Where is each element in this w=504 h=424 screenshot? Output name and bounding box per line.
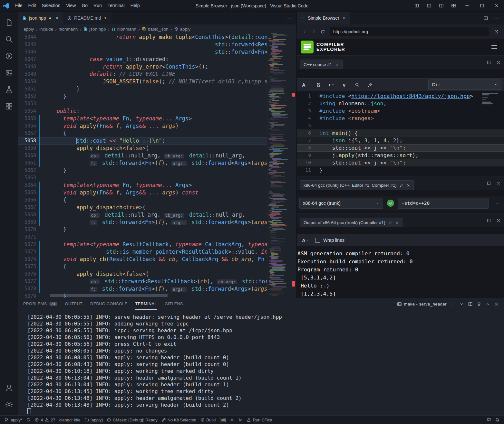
breadcrumb-apply[interactable]: apply — [174, 27, 191, 32]
ce-compiler-tab[interactable]: x86-64 gcc (trunk) (C++, Editor #1, Comp… — [300, 180, 414, 190]
code-line[interactable]: 5075 { — [18, 263, 296, 270]
code-line[interactable]: 5063 — [18, 174, 296, 182]
code-line[interactable]: 5049 default: // LCOV_EXCL_LINE — [18, 71, 296, 78]
explorer-icon[interactable] — [1, 14, 17, 31]
ce-source-tab[interactable]: C++ source #1 — [300, 60, 343, 69]
back-icon[interactable] — [300, 27, 309, 36]
panel-tab-gitlens[interactable]: GITLENS — [165, 298, 183, 310]
toggle-secondary-sidebar-icon[interactable] — [435, 0, 447, 11]
breadcrumb-basic_json[interactable]: basic_json — [141, 27, 169, 32]
tab-close-icon[interactable] — [335, 63, 339, 67]
pane-maximize-icon[interactable] — [487, 181, 491, 185]
status-git-branch[interactable]: apply* — [3, 416, 24, 424]
status-cmake-folder[interactable]: [apply] — [82, 416, 105, 424]
search-icon[interactable] — [351, 80, 363, 90]
pin-icon[interactable] — [364, 80, 376, 90]
search-icon[interactable] — [1, 31, 17, 48]
tab-close-icon[interactable] — [395, 221, 399, 225]
code-line[interactable]: 5061 f: std::forward<Fn>(f), args: std::… — [18, 159, 296, 167]
run-and-debug-icon[interactable] — [1, 48, 17, 64]
code-line[interactable]: 5055 template<typename Fn, typename... A… — [18, 115, 296, 122]
language-select[interactable]: C++ — [428, 80, 501, 90]
code-line[interactable]: 5074 void apply_cb(ResultCallback && cb,… — [18, 256, 296, 263]
font-size-button[interactable]: A — [299, 80, 312, 90]
code-line[interactable]: 5068 cb: detail::null_arg, cb_arg: detai… — [18, 211, 296, 219]
options-dropdown-icon[interactable] — [492, 198, 501, 208]
toggle-panel-icon[interactable] — [423, 0, 435, 11]
terminal-output[interactable]: [2022-04-30 06:05:55] INFO: serve_header… — [18, 310, 504, 415]
tab-close-icon[interactable] — [406, 184, 410, 187]
code-line[interactable]: 5057 { — [18, 130, 296, 137]
ce-source-editor[interactable]: 1#include <https://localhost:8443/apply/… — [297, 91, 504, 174]
ce-code-line[interactable]: 4#include <ranges> — [297, 115, 504, 122]
testing-icon[interactable] — [1, 81, 17, 98]
new-terminal-icon[interactable] — [451, 302, 455, 306]
breadcrumb-nlohmann[interactable]: {}nlohmann — [111, 27, 137, 32]
menu-file[interactable]: File — [12, 0, 25, 11]
menu-help[interactable]: Help — [128, 0, 143, 11]
wrap-lines-checkbox[interactable] — [315, 238, 320, 243]
pane-close-icon[interactable] — [496, 181, 501, 185]
url-bar[interactable]: https://godbolt.org — [330, 27, 489, 36]
status-cmake-launch[interactable] — [236, 416, 245, 424]
code-line[interactable]: 5052 } — [18, 93, 296, 100]
close-window-button[interactable] — [489, 0, 504, 11]
code-line[interactable]: 5059 apply_dispatch<false>( — [18, 145, 296, 152]
tab-simple-browser[interactable]: Simple Browser — [297, 12, 350, 24]
panel-tab-problems[interactable]: PROBLEMS31 — [23, 298, 57, 310]
forward-icon[interactable] — [309, 27, 318, 36]
code-line[interactable]: 5065 void apply(Fn&& f, Args&& ... args)… — [18, 189, 296, 196]
ce-code-line[interactable]: 2using nlohmann::json; — [297, 100, 504, 107]
overview-ruler[interactable] — [291, 33, 296, 298]
close-panel-icon[interactable] — [494, 302, 499, 306]
reload-icon[interactable] — [318, 27, 327, 36]
panel-tab-output[interactable]: OUTPUT — [65, 298, 82, 310]
code-line[interactable]: 5070 } — [18, 226, 296, 233]
tab-close-icon[interactable] — [342, 16, 346, 20]
split-terminal-icon[interactable] — [468, 302, 473, 306]
code-line[interactable]: 5077 cb: std::forward<ResultCallback>(cb… — [18, 278, 296, 285]
ce-code-line[interactable]: 1#include <https://localhost:8443/apply/… — [297, 92, 504, 100]
edit-title-icon[interactable] — [400, 184, 403, 187]
code-line[interactable]: 5060 cb: detail::null_arg, cb_arg: detai… — [18, 152, 296, 159]
ce-code-line[interactable]: 10 std::cout << j << "\n"; — [297, 159, 504, 166]
code-line[interactable]: 5050 JSON_ASSERT(false); // NOLINT(cert-… — [18, 78, 296, 85]
status-notifications[interactable] — [493, 418, 501, 422]
status-problems[interactable]: 427 — [33, 416, 57, 424]
code-line[interactable]: 5051 } — [18, 85, 296, 93]
menu-view[interactable]: View — [63, 0, 79, 11]
status-feedback[interactable] — [485, 418, 493, 422]
terminal-dropdown-icon[interactable] — [459, 302, 464, 306]
more-actions-icon[interactable]: ⋯ — [493, 14, 499, 22]
menu-selection[interactable]: Selection — [39, 0, 63, 11]
code-line[interactable]: 5056 void apply(Fn&& f, Args&& ... args) — [18, 122, 296, 130]
compiler-select[interactable]: x86-64 gcc (trunk) — [299, 198, 383, 209]
manage-icon[interactable] — [1, 396, 17, 413]
vim-toggle-button[interactable]: v — [338, 80, 350, 90]
maximize-panel-icon[interactable] — [485, 302, 490, 306]
status-ctest[interactable]: Run CTest — [245, 416, 274, 424]
edit-title-icon[interactable] — [388, 221, 392, 225]
code-line[interactable]: 5076 apply_dispatch<false>( — [18, 270, 296, 278]
ce-code-line[interactable]: 8 std::cout << j << "\n"; — [297, 144, 504, 152]
accounts-icon[interactable] — [1, 379, 17, 396]
compiler-explorer-logo[interactable] — [301, 41, 314, 53]
status-clangd-status[interactable]: clangd: idle — [57, 416, 82, 424]
code-line[interactable]: 5073 std::is_member_pointer<ResultCallba… — [18, 248, 296, 256]
status-cmake-debug[interactable] — [228, 416, 236, 424]
code-line[interactable]: 5078 f: std::forward<Fn>(f), args: std::… — [18, 285, 296, 293]
status-cmake-kit[interactable]: No Kit Selected — [160, 416, 199, 424]
code-line[interactable]: 5072 template<typename ResultCallback, t… — [18, 241, 296, 248]
menu-go[interactable]: Go — [79, 0, 91, 11]
code-line[interactable]: 5069 f: std::forward<Fn>(f), args: std::… — [18, 219, 296, 226]
menu-terminal[interactable]: Terminal — [105, 0, 128, 11]
image-preview-icon[interactable] — [1, 64, 17, 81]
split-editor-icon[interactable] — [483, 16, 488, 21]
status-cmake-status[interactable]: CMake: [Debug]: Ready — [105, 416, 160, 424]
ce-code-line[interactable]: 7 json j{5, 3, 1, 4, 2}; — [297, 137, 504, 144]
pane-close-icon[interactable] — [496, 218, 501, 223]
tab-readme.md[interactable]: README.md9+ — [63, 12, 112, 24]
pane-maximize-icon[interactable] — [487, 60, 491, 65]
horizontal-scrollbar[interactable] — [50, 294, 168, 297]
code-line[interactable]: 5053 — [18, 100, 296, 108]
